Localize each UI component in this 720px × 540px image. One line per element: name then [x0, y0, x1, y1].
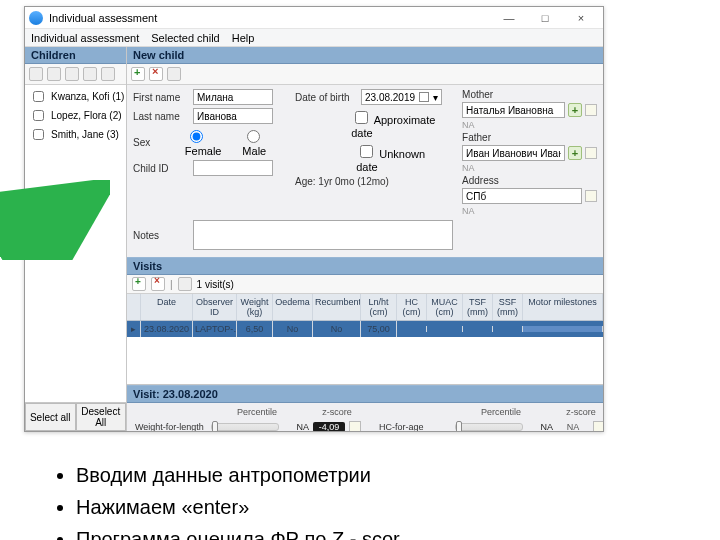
- col-observer[interactable]: Observer ID: [193, 294, 237, 320]
- col-muac[interactable]: MUAC (cm): [427, 294, 463, 320]
- menu-help[interactable]: Help: [232, 32, 255, 44]
- dob-label: Date of birth: [295, 92, 355, 103]
- childid-input[interactable]: [193, 160, 273, 176]
- notes-input[interactable]: [193, 220, 453, 250]
- percentile-slider[interactable]: [455, 423, 523, 431]
- visit-row-selected[interactable]: ▸ 23.08.2020 LAPTOP-… 6,50 No No 75,00: [127, 321, 603, 337]
- children-list: Kwanza, Kofi (1) Lopez, Flora (2) Smith,…: [25, 85, 126, 402]
- visit-detail-header: Visit: 23.08.2020: [127, 385, 603, 403]
- percentile-header: Percentile: [467, 407, 535, 417]
- metric-label: HC-for-age: [379, 422, 451, 431]
- window-title: Individual assessment: [49, 12, 491, 24]
- col-date[interactable]: Date: [141, 294, 193, 320]
- menubar: Individual assessment Selected child Hel…: [25, 29, 603, 47]
- child-row[interactable]: Kwanza, Kofi (1): [27, 87, 124, 106]
- unknown-date-checkbox[interactable]: Unknown date: [356, 142, 442, 173]
- col-weight[interactable]: Weight (kg): [237, 294, 273, 320]
- notes-visit-icon[interactable]: [178, 277, 192, 291]
- titlebar: Individual assessment — □ ×: [25, 7, 603, 29]
- calendar-icon[interactable]: [419, 92, 429, 102]
- main-panel: New child First name Last name Sex Femal…: [127, 47, 603, 431]
- select-all-button[interactable]: Select all: [25, 403, 76, 431]
- percentile-value: NA: [527, 422, 553, 431]
- child-checkbox[interactable]: [33, 129, 44, 140]
- add-mother-icon[interactable]: +: [568, 103, 582, 117]
- col-lnht[interactable]: Ln/ht (cm): [361, 294, 397, 320]
- action1-icon[interactable]: [47, 67, 61, 81]
- mother-input[interactable]: [462, 102, 565, 118]
- visits-toolbar: | 1 visit(s): [127, 275, 603, 294]
- child-checkbox[interactable]: [33, 110, 44, 121]
- mother-label: Mother: [462, 89, 597, 100]
- child-checkbox[interactable]: [33, 91, 44, 102]
- add-father-icon[interactable]: +: [568, 146, 582, 160]
- visit-count: 1 visit(s): [197, 279, 234, 290]
- print-icon[interactable]: [83, 67, 97, 81]
- address-input[interactable]: [462, 188, 582, 204]
- zscore-value: -4,09: [313, 422, 345, 431]
- firstname-input[interactable]: [193, 89, 273, 105]
- bullet-2: Нажимаем «enter»: [76, 492, 400, 522]
- col-recumbent[interactable]: Recumbent: [313, 294, 361, 320]
- sidebar: Children Kwanza, Kofi (1) Lopez, Flora (…: [25, 47, 127, 431]
- edit-mother-icon[interactable]: [585, 104, 597, 116]
- col-oedema[interactable]: Oedema: [273, 294, 313, 320]
- visits-grid: Date Observer ID Weight (kg) Oedema Recu…: [127, 294, 603, 385]
- delete-visit-icon[interactable]: [151, 277, 165, 291]
- percentile-value: NA: [283, 422, 309, 431]
- child-form: First name Last name Sex Female Male Chi…: [127, 85, 603, 257]
- father-label: Father: [462, 132, 597, 143]
- bullet-3: Программа оценила ФР по Z - scor: [76, 524, 400, 540]
- newchild-toolbar: [127, 64, 603, 85]
- row-marker-icon: ▸: [127, 321, 141, 337]
- firstname-label: First name: [133, 92, 187, 103]
- app-icon: [29, 11, 43, 25]
- save-icon[interactable]: [167, 67, 181, 81]
- address-na: NA: [462, 206, 597, 216]
- percentile-slider[interactable]: [211, 423, 279, 431]
- close-button[interactable]: ×: [563, 7, 599, 29]
- edit-father-icon[interactable]: [585, 147, 597, 159]
- print2-icon[interactable]: [101, 67, 115, 81]
- bullet-1: Вводим данные антропометрии: [76, 460, 400, 490]
- father-na: NA: [462, 163, 597, 173]
- sex-male-radio[interactable]: Male: [242, 127, 283, 157]
- note-icon[interactable]: [593, 421, 603, 431]
- delete-icon[interactable]: [149, 67, 163, 81]
- col-tsf[interactable]: TSF (mm): [463, 294, 493, 320]
- lastname-input[interactable]: [193, 108, 273, 124]
- col-hc[interactable]: HC (cm): [397, 294, 427, 320]
- menu-selected-child[interactable]: Selected child: [151, 32, 220, 44]
- menu-individual-assessment[interactable]: Individual assessment: [31, 32, 139, 44]
- lastname-label: Last name: [133, 111, 187, 122]
- age-label: Age: 1yr 0mo (12mo): [295, 176, 389, 187]
- chevron-down-icon[interactable]: ▾: [433, 92, 438, 103]
- col-ssf[interactable]: SSF (mm): [493, 294, 523, 320]
- select-icon[interactable]: [29, 67, 43, 81]
- add-icon[interactable]: [131, 67, 145, 81]
- add-visit-icon[interactable]: [132, 277, 146, 291]
- child-row[interactable]: Smith, Jane (3): [27, 125, 124, 144]
- father-input[interactable]: [462, 145, 565, 161]
- col-motor[interactable]: Motor milestones: [523, 294, 603, 320]
- percentile-header: Percentile: [223, 407, 291, 417]
- edit-address-icon[interactable]: [585, 190, 597, 202]
- child-row[interactable]: Lopez, Flora (2): [27, 106, 124, 125]
- approx-date-checkbox[interactable]: Approximate date: [351, 108, 442, 139]
- deselect-all-button[interactable]: Deselect All: [76, 403, 127, 431]
- caption-bullets: Вводим данные антропометрии Нажимаем «en…: [36, 460, 400, 540]
- sex-female-radio[interactable]: Female: [185, 127, 237, 157]
- minimize-button[interactable]: —: [491, 7, 527, 29]
- action2-icon[interactable]: [65, 67, 79, 81]
- notes-label: Notes: [133, 230, 187, 241]
- app-window: Individual assessment — □ × Individual a…: [24, 6, 604, 432]
- dob-input[interactable]: 23.08.2019▾: [361, 89, 442, 105]
- zscore-panel: Percentilez-score Weight-for-length NA -…: [127, 403, 603, 431]
- note-icon[interactable]: [349, 421, 361, 431]
- maximize-button[interactable]: □: [527, 7, 563, 29]
- visits-header: Visits: [127, 257, 603, 275]
- zscore-row: Weight-for-length NA -4,09: [135, 421, 361, 431]
- childid-label: Child ID: [133, 163, 187, 174]
- sex-label: Sex: [133, 137, 179, 148]
- zscore-row: HC-for-age NA NA: [379, 421, 603, 431]
